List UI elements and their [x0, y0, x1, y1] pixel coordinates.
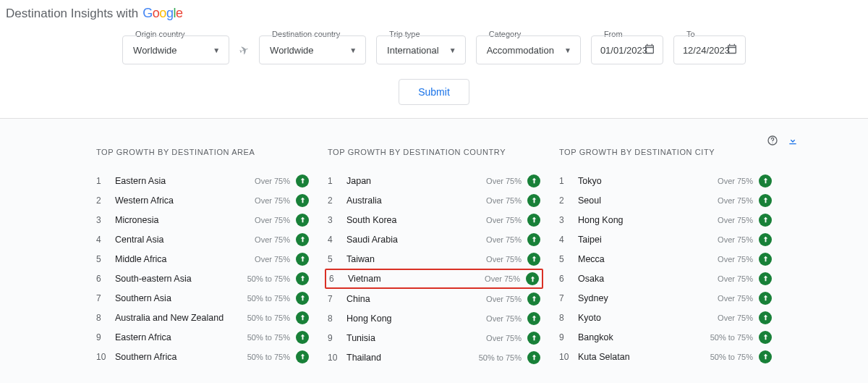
list-item[interactable]: 9Eastern Africa50% to 75% [96, 327, 309, 347]
list-item[interactable]: 2Western AfricaOver 75% [96, 190, 309, 210]
item-name: Kuta Selatan [572, 352, 710, 362]
list-item[interactable]: 4TaipeiOver 75% [559, 230, 772, 249]
arrow-up-icon [527, 194, 540, 207]
rank: 5 [328, 254, 341, 264]
from-date-field[interactable]: From 01/01/2023 [591, 35, 663, 64]
growth-label: Over 75% [486, 314, 527, 323]
rank: 10 [328, 353, 341, 363]
category-field[interactable]: Category Accommodation ▼ [476, 35, 581, 64]
arrow-up-icon [296, 292, 309, 305]
growth-label: Over 75% [718, 255, 759, 264]
item-name: Australia [341, 195, 486, 206]
item-name: China [341, 294, 486, 304]
submit-button[interactable]: Submit [399, 79, 469, 105]
arrow-up-icon [759, 331, 772, 344]
svg-point-1 [772, 143, 773, 143]
filter-bar: Origin country Worldwide ▼ ✈ Destination… [0, 31, 868, 75]
rank: 4 [559, 235, 572, 245]
growth-label: Over 75% [255, 177, 296, 185]
rank: 3 [96, 215, 109, 225]
growth-label: Over 75% [718, 177, 759, 185]
rank: 10 [96, 352, 109, 362]
list-item[interactable]: 8Australia and New Zealand50% to 75% [96, 308, 309, 327]
list-item[interactable]: 10Southern Africa50% to 75% [96, 347, 309, 366]
help-icon[interactable] [767, 135, 778, 148]
item-name: Western Africa [109, 195, 255, 206]
list-item[interactable]: 9Bangkok50% to 75% [559, 327, 772, 347]
item-name: Kyoto [572, 313, 718, 323]
item-name: Hong Kong [572, 215, 718, 225]
list-item[interactable]: 3MicronesiaOver 75% [96, 210, 309, 230]
list-item[interactable]: 2AustraliaOver 75% [328, 190, 540, 210]
list-item[interactable]: 7Southern Asia50% to 75% [96, 288, 309, 308]
list-item[interactable]: 9TunisiaOver 75% [328, 328, 540, 348]
chevron-down-icon: ▼ [349, 46, 357, 54]
arrow-up-icon [296, 174, 309, 188]
rank: 6 [96, 274, 109, 284]
arrow-up-icon [526, 272, 539, 285]
list-item[interactable]: 2SeoulOver 75% [559, 190, 772, 210]
list-item[interactable]: 6South-eastern Asia50% to 75% [96, 269, 309, 288]
list-item[interactable]: 10Kuta Selatan50% to 75% [559, 347, 772, 366]
arrow-up-icon [296, 253, 309, 266]
arrow-up-icon [759, 292, 772, 305]
list-item[interactable]: 4Saudi ArabiaOver 75% [328, 230, 540, 249]
growth-label: 50% to 75% [710, 353, 759, 361]
list-item[interactable]: 7SydneyOver 75% [559, 288, 772, 308]
trip-type-field[interactable]: Trip type International ▼ [376, 35, 466, 64]
list-item[interactable]: 8Hong KongOver 75% [328, 308, 540, 328]
item-name: Hong Kong [341, 313, 486, 324]
growth-label: Over 75% [486, 334, 527, 342]
list-item[interactable]: 7ChinaOver 75% [328, 289, 540, 308]
column-destination-city: TOP GROWTH BY DESTINATION CITY 1TokyoOve… [559, 148, 772, 367]
growth-label: Over 75% [718, 235, 759, 244]
list-item[interactable]: 10Thailand50% to 75% [328, 348, 540, 367]
arrow-up-icon [527, 214, 540, 227]
trip-type-value: International [387, 45, 439, 56]
growth-label: 50% to 75% [247, 274, 296, 283]
growth-label: 50% to 75% [479, 353, 527, 362]
list-item[interactable]: 8KyotoOver 75% [559, 308, 772, 327]
calendar-icon [644, 43, 655, 57]
rank: 1 [96, 176, 109, 186]
item-name: Taiwan [341, 254, 486, 264]
rank: 8 [559, 313, 572, 323]
list-item[interactable]: 3South KoreaOver 75% [328, 210, 540, 230]
arrow-up-icon [527, 174, 540, 188]
list-item[interactable]: 5TaiwanOver 75% [328, 249, 540, 269]
list-item[interactable]: 1JapanOver 75% [328, 171, 540, 190]
rank: 7 [559, 293, 572, 303]
destination-country-field[interactable]: Destination country Worldwide ▼ [259, 35, 366, 64]
list-item[interactable]: 3Hong KongOver 75% [559, 210, 772, 230]
item-name: Eastern Asia [109, 176, 255, 186]
growth-label: Over 75% [486, 235, 527, 244]
growth-label: Over 75% [255, 235, 296, 244]
list-item[interactable]: 5Middle AfricaOver 75% [96, 249, 309, 269]
origin-country-field[interactable]: Origin country Worldwide ▼ [122, 35, 229, 64]
list-item[interactable]: 1TokyoOver 75% [559, 171, 772, 190]
swap-icon: ✈ [237, 42, 251, 58]
list-item[interactable]: 1Eastern AsiaOver 75% [96, 171, 309, 190]
item-name: Japan [341, 176, 486, 186]
results-panel: TOP GROWTH BY DESTINATION AREA 1Eastern … [0, 118, 868, 383]
growth-label: Over 75% [718, 216, 759, 224]
rank: 5 [96, 254, 109, 264]
to-date-field[interactable]: To 12/24/2023 [673, 35, 746, 64]
growth-label: 50% to 75% [710, 333, 759, 342]
list-item[interactable]: 6OsakaOver 75% [559, 269, 772, 288]
download-icon[interactable] [787, 135, 799, 148]
arrow-up-icon [527, 292, 540, 306]
column-destination-area: TOP GROWTH BY DESTINATION AREA 1Eastern … [96, 148, 309, 367]
item-name: Thailand [341, 353, 479, 363]
growth-label: 50% to 75% [247, 353, 296, 361]
item-name: Saudi Arabia [341, 235, 486, 245]
growth-label: Over 75% [486, 177, 527, 185]
rank: 6 [559, 274, 572, 284]
arrow-up-icon [759, 272, 772, 285]
arrow-up-icon [296, 233, 309, 246]
list-item[interactable]: 6VietnamOver 75% [325, 269, 543, 289]
chevron-down-icon: ▼ [564, 46, 571, 54]
list-item[interactable]: 4Central AsiaOver 75% [96, 230, 309, 249]
list-item[interactable]: 5MeccaOver 75% [559, 249, 772, 269]
google-logo: Google [142, 6, 182, 21]
